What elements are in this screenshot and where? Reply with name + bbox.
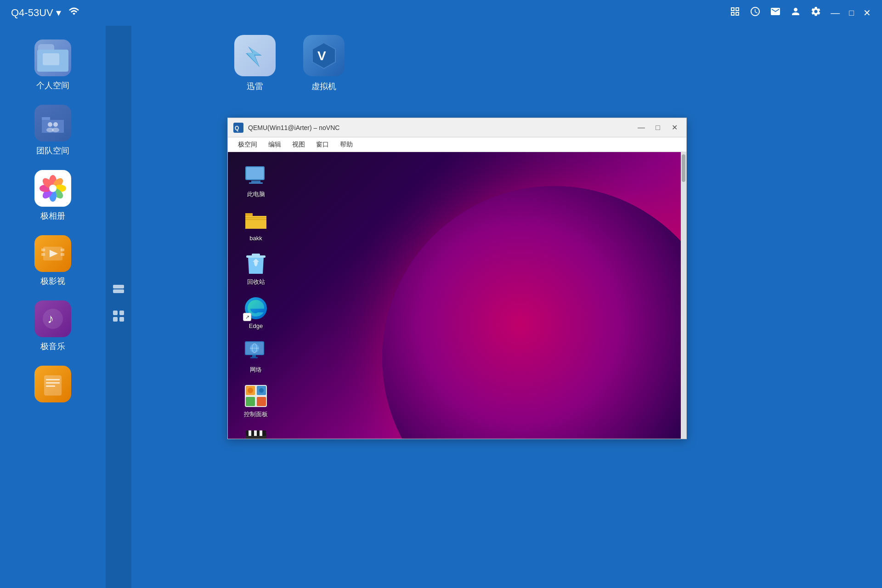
svg-text:♪: ♪	[47, 311, 54, 326]
win11-scrollbar[interactable]	[681, 152, 686, 439]
qemu-content: 此电脑	[228, 152, 686, 439]
content-area: 迅雷 V 虚拟机	[106, 26, 882, 588]
video-icon	[34, 235, 71, 272]
qemu-title-icon: Q	[233, 123, 243, 133]
mini-sidebar	[106, 26, 131, 588]
mini-grid-icon[interactable]	[111, 309, 126, 325]
win-minimize-button[interactable]: —	[635, 121, 648, 134]
menu-help[interactable]: 帮助	[335, 139, 357, 151]
notes-icon	[34, 366, 71, 402]
speed-icon[interactable]	[729, 6, 741, 20]
svg-rect-23	[46, 379, 60, 380]
win11-computer-icon[interactable]: 此电脑	[235, 161, 277, 201]
mail-icon[interactable]	[770, 6, 781, 20]
win11-mpc-icon[interactable]: MPC BE MPC-BE	[235, 426, 277, 439]
svg-point-1	[48, 122, 52, 127]
svg-rect-58	[246, 397, 255, 406]
win11-edge-icon[interactable]: ↗ Edge	[235, 294, 277, 332]
bakk-icon-img	[244, 209, 268, 232]
top-bar: Q4-53UV ▾	[0, 0, 882, 26]
app-title[interactable]: Q4-53UV ▾	[11, 7, 61, 19]
win11-bg-circle	[382, 186, 681, 439]
sidebar-item-personal[interactable]: 个人空间	[0, 35, 106, 96]
svg-rect-63	[254, 430, 257, 436]
minimize-button[interactable]: —	[831, 8, 840, 18]
sidebar-item-video[interactable]: 极影视	[0, 231, 106, 291]
personal-folder-icon	[34, 40, 71, 76]
network-icon-img	[244, 339, 268, 363]
svg-rect-59	[257, 397, 266, 406]
svg-rect-18	[61, 253, 64, 256]
vm-label: 虚拟机	[311, 81, 336, 92]
user-icon[interactable]	[790, 6, 801, 20]
scrollbar-thumb[interactable]	[682, 154, 685, 182]
svg-rect-29	[119, 311, 124, 315]
bakk-label: bakk	[249, 235, 262, 242]
close-button[interactable]: ✕	[863, 7, 871, 18]
win11-desktop: 此电脑	[228, 152, 681, 439]
photos-label: 极相册	[40, 210, 65, 221]
qemu-title-text: QEMU(Win11@iArter) – noVNC	[248, 124, 635, 131]
svg-rect-51	[252, 355, 256, 357]
win11-bakk-icon[interactable]: bakk	[235, 206, 277, 244]
win11-icons-panel: 此电脑	[235, 161, 277, 439]
svg-point-57	[259, 388, 264, 393]
svg-rect-0	[43, 53, 59, 65]
controlpanel-label: 控制面板	[244, 410, 268, 418]
win-maximize-button[interactable]: □	[651, 121, 664, 134]
settings-icon[interactable]	[810, 6, 821, 20]
win11-controlpanel-icon[interactable]: 控制面板	[235, 381, 277, 421]
svg-text:Q: Q	[235, 125, 239, 131]
sidebar-item-notes[interactable]	[0, 361, 106, 411]
music-label: 极音乐	[40, 341, 65, 352]
edge-shortcut-arrow: ↗	[243, 313, 251, 321]
sidebar-item-photos[interactable]: 极相册	[0, 165, 106, 226]
svg-rect-37	[246, 167, 264, 179]
vm-icon-bg: V	[303, 35, 345, 76]
controlpanel-icon-img	[244, 384, 268, 408]
qemu-menubar: 极空间 编辑 视图 窗口 帮助	[228, 137, 686, 152]
app-title-text: Q4-53UV	[11, 7, 53, 19]
mini-stack-icon[interactable]	[111, 283, 126, 300]
menu-edit[interactable]: 编辑	[264, 139, 286, 151]
music-icon: ♪	[34, 300, 71, 337]
svg-rect-27	[113, 289, 124, 293]
timer-icon[interactable]	[750, 6, 761, 20]
svg-rect-24	[46, 382, 60, 384]
desktop-icons-row: 迅雷 V 虚拟机	[234, 35, 345, 92]
sidebar: 个人空间 团队空间	[0, 26, 106, 588]
computer-label: 此电脑	[247, 190, 265, 198]
xunlei-icon-bg	[234, 35, 276, 76]
win11-network-icon[interactable]: 网络	[235, 337, 277, 377]
xunlei-label: 迅雷	[247, 81, 263, 92]
xunlei-desktop-icon[interactable]: 迅雷	[234, 35, 276, 92]
personal-space-label: 个人空间	[36, 80, 69, 91]
svg-rect-64	[260, 430, 262, 436]
svg-rect-62	[249, 430, 251, 436]
svg-point-2	[53, 122, 58, 127]
qemu-window: Q QEMU(Win11@iArter) – noVNC — □ ✕ 极空间 编…	[227, 118, 687, 439]
topbar-left: Q4-53UV ▾	[11, 6, 79, 20]
menu-window[interactable]: 窗口	[311, 139, 334, 151]
vm-desktop-icon[interactable]: V 虚拟机	[303, 35, 345, 92]
sidebar-item-team[interactable]: 团队空间	[0, 100, 106, 161]
menu-jikongian[interactable]: 极空间	[233, 139, 262, 151]
svg-rect-44	[252, 254, 260, 256]
recycle-icon-img	[244, 252, 268, 276]
mpc-icon-img: MPC BE	[244, 429, 268, 439]
svg-rect-28	[113, 311, 118, 315]
svg-rect-31	[119, 317, 124, 322]
win-close-button[interactable]: ✕	[668, 121, 681, 134]
menu-view[interactable]: 视图	[288, 139, 310, 151]
svg-rect-38	[251, 181, 260, 182]
svg-point-4	[52, 128, 59, 132]
dropdown-chevron: ▾	[56, 7, 61, 19]
svg-rect-16	[41, 253, 45, 256]
win11-recycle-icon[interactable]: 回收站	[235, 249, 277, 289]
main-area: 个人空间 团队空间	[0, 26, 882, 588]
sidebar-item-music[interactable]: ♪ 极音乐	[0, 296, 106, 356]
svg-rect-30	[113, 317, 118, 322]
video-label: 极影视	[40, 276, 65, 287]
edge-label: Edge	[249, 322, 263, 329]
maximize-button[interactable]: □	[849, 8, 854, 18]
